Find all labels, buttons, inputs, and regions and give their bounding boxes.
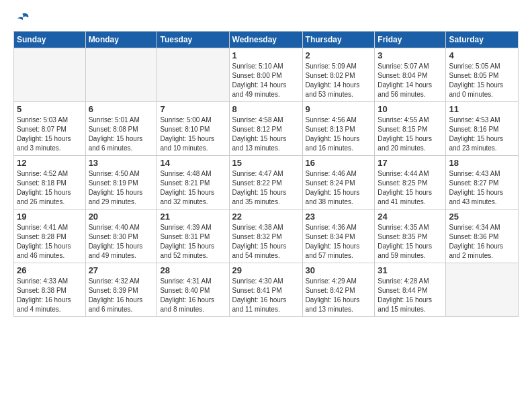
day-info: Sunrise: 4:55 AM Sunset: 8:15 PM Dayligh… xyxy=(378,116,443,153)
day-number: 21 xyxy=(160,212,226,222)
sunset-text: Sunset: 8:42 PM xyxy=(306,286,372,295)
calendar-week-row: 26 Sunrise: 4:33 AM Sunset: 8:38 PM Dayl… xyxy=(14,263,519,317)
calendar-day-cell: 17 Sunrise: 4:44 AM Sunset: 8:25 PM Dayl… xyxy=(375,156,446,210)
sunrise-text: Sunrise: 4:48 AM xyxy=(160,169,226,179)
day-number: 20 xyxy=(89,212,154,222)
sunrise-text: Sunrise: 5:10 AM xyxy=(232,62,300,71)
day-info: Sunrise: 4:48 AM Sunset: 8:21 PM Dayligh… xyxy=(160,169,226,207)
daylight-text: Daylight: 16 hours and 11 minutes. xyxy=(232,295,300,314)
sunset-text: Sunset: 8:21 PM xyxy=(160,179,226,188)
calendar-day-cell: 12 Sunrise: 4:52 AM Sunset: 8:18 PM Dayl… xyxy=(14,156,86,210)
calendar-day-cell: 6 Sunrise: 5:01 AM Sunset: 8:08 PM Dayli… xyxy=(85,102,157,156)
day-info: Sunrise: 4:33 AM Sunset: 8:38 PM Dayligh… xyxy=(17,277,83,314)
calendar-week-row: 1 Sunrise: 5:10 AM Sunset: 8:00 PM Dayli… xyxy=(14,48,519,102)
sunrise-text: Sunrise: 4:29 AM xyxy=(306,277,372,286)
day-number: 26 xyxy=(17,265,83,275)
sunrise-text: Sunrise: 5:00 AM xyxy=(160,116,226,125)
sunset-text: Sunset: 8:38 PM xyxy=(17,286,83,295)
calendar-day-cell: 30 Sunrise: 4:29 AM Sunset: 8:42 PM Dayl… xyxy=(302,263,375,317)
day-number: 13 xyxy=(89,158,154,168)
day-info: Sunrise: 4:47 AM Sunset: 8:22 PM Dayligh… xyxy=(232,169,300,207)
daylight-text: Daylight: 15 hours and 16 minutes. xyxy=(306,134,372,153)
weekday-header-tuesday: Tuesday xyxy=(157,32,229,48)
day-number: 31 xyxy=(378,265,443,275)
daylight-text: Daylight: 15 hours and 43 minutes. xyxy=(449,188,515,207)
sunset-text: Sunset: 8:13 PM xyxy=(306,125,372,134)
day-info: Sunrise: 4:31 AM Sunset: 8:40 PM Dayligh… xyxy=(160,277,226,314)
sunset-text: Sunset: 8:34 PM xyxy=(306,232,372,242)
day-info: Sunrise: 4:28 AM Sunset: 8:44 PM Dayligh… xyxy=(378,277,443,314)
daylight-text: Daylight: 15 hours and 6 minutes. xyxy=(89,134,154,153)
day-number: 27 xyxy=(89,265,154,275)
calendar-day-cell: 10 Sunrise: 4:55 AM Sunset: 8:15 PM Dayl… xyxy=(375,102,446,156)
day-number: 6 xyxy=(89,104,154,114)
sunset-text: Sunset: 8:35 PM xyxy=(378,232,443,242)
calendar-day-cell: 1 Sunrise: 5:10 AM Sunset: 8:00 PM Dayli… xyxy=(229,48,302,102)
day-info: Sunrise: 5:03 AM Sunset: 8:07 PM Dayligh… xyxy=(17,116,83,153)
weekday-header-monday: Monday xyxy=(85,32,157,48)
sunrise-text: Sunrise: 4:41 AM xyxy=(17,223,83,232)
day-info: Sunrise: 4:50 AM Sunset: 8:19 PM Dayligh… xyxy=(89,169,154,207)
logo-bird-icon xyxy=(15,11,31,27)
calendar-week-row: 19 Sunrise: 4:41 AM Sunset: 8:28 PM Dayl… xyxy=(14,210,519,263)
calendar-day-cell: 26 Sunrise: 4:33 AM Sunset: 8:38 PM Dayl… xyxy=(14,263,86,317)
sunrise-text: Sunrise: 5:03 AM xyxy=(17,116,83,125)
calendar-day-cell: 8 Sunrise: 4:58 AM Sunset: 8:12 PM Dayli… xyxy=(229,102,302,156)
day-info: Sunrise: 4:44 AM Sunset: 8:25 PM Dayligh… xyxy=(378,169,443,207)
daylight-text: Daylight: 15 hours and 35 minutes. xyxy=(232,188,300,207)
day-number: 29 xyxy=(232,265,300,275)
day-number: 7 xyxy=(160,104,226,114)
calendar-day-cell: 9 Sunrise: 4:56 AM Sunset: 8:13 PM Dayli… xyxy=(302,102,375,156)
sunset-text: Sunset: 8:36 PM xyxy=(449,232,515,242)
calendar-day-cell: 29 Sunrise: 4:30 AM Sunset: 8:41 PM Dayl… xyxy=(229,263,302,317)
sunset-text: Sunset: 8:41 PM xyxy=(232,286,300,295)
daylight-text: Daylight: 15 hours and 29 minutes. xyxy=(89,188,154,207)
calendar-day-cell: 27 Sunrise: 4:32 AM Sunset: 8:39 PM Dayl… xyxy=(85,263,157,317)
day-number: 5 xyxy=(17,104,83,114)
day-info: Sunrise: 5:07 AM Sunset: 8:04 PM Dayligh… xyxy=(378,62,443,99)
sunrise-text: Sunrise: 4:28 AM xyxy=(378,277,443,286)
daylight-text: Daylight: 14 hours and 56 minutes. xyxy=(378,81,443,99)
sunset-text: Sunset: 8:12 PM xyxy=(232,125,300,134)
sunrise-text: Sunrise: 4:44 AM xyxy=(378,169,443,179)
sunset-text: Sunset: 8:32 PM xyxy=(232,232,300,242)
sunrise-text: Sunrise: 4:39 AM xyxy=(160,223,226,232)
daylight-text: Daylight: 15 hours and 20 minutes. xyxy=(378,134,443,153)
weekday-header-wednesday: Wednesday xyxy=(229,32,302,48)
sunrise-text: Sunrise: 5:07 AM xyxy=(378,62,443,71)
daylight-text: Daylight: 16 hours and 6 minutes. xyxy=(89,295,154,314)
sunrise-text: Sunrise: 4:46 AM xyxy=(306,169,372,179)
day-number: 2 xyxy=(306,50,372,60)
calendar-day-cell xyxy=(85,48,157,102)
calendar-day-cell: 23 Sunrise: 4:36 AM Sunset: 8:34 PM Dayl… xyxy=(302,210,375,263)
day-info: Sunrise: 4:46 AM Sunset: 8:24 PM Dayligh… xyxy=(306,169,372,207)
calendar-day-cell: 3 Sunrise: 5:07 AM Sunset: 8:04 PM Dayli… xyxy=(375,48,446,102)
calendar-day-cell xyxy=(446,263,519,317)
day-info: Sunrise: 5:00 AM Sunset: 8:10 PM Dayligh… xyxy=(160,116,226,153)
sunset-text: Sunset: 8:25 PM xyxy=(378,179,443,188)
sunrise-text: Sunrise: 5:05 AM xyxy=(449,62,515,71)
sunset-text: Sunset: 8:02 PM xyxy=(306,71,372,81)
day-info: Sunrise: 4:58 AM Sunset: 8:12 PM Dayligh… xyxy=(232,116,300,153)
daylight-text: Daylight: 16 hours and 8 minutes. xyxy=(160,295,226,314)
day-info: Sunrise: 4:35 AM Sunset: 8:35 PM Dayligh… xyxy=(378,223,443,261)
day-info: Sunrise: 4:52 AM Sunset: 8:18 PM Dayligh… xyxy=(17,169,83,207)
day-info: Sunrise: 5:01 AM Sunset: 8:08 PM Dayligh… xyxy=(89,116,154,153)
sunset-text: Sunset: 8:07 PM xyxy=(17,125,83,134)
daylight-text: Daylight: 15 hours and 41 minutes. xyxy=(378,188,443,207)
daylight-text: Daylight: 15 hours and 26 minutes. xyxy=(17,188,83,207)
sunset-text: Sunset: 8:00 PM xyxy=(232,71,300,81)
sunset-text: Sunset: 8:30 PM xyxy=(89,232,154,242)
calendar-week-row: 12 Sunrise: 4:52 AM Sunset: 8:18 PM Dayl… xyxy=(14,156,519,210)
sunset-text: Sunset: 8:05 PM xyxy=(449,71,515,81)
weekday-header-thursday: Thursday xyxy=(302,32,375,48)
sunset-text: Sunset: 8:27 PM xyxy=(449,179,515,188)
day-info: Sunrise: 4:39 AM Sunset: 8:31 PM Dayligh… xyxy=(160,223,226,261)
day-number: 17 xyxy=(378,158,443,168)
daylight-text: Daylight: 16 hours and 2 minutes. xyxy=(449,242,515,261)
calendar-week-row: 5 Sunrise: 5:03 AM Sunset: 8:07 PM Dayli… xyxy=(14,102,519,156)
page-header xyxy=(13,11,519,27)
day-number: 4 xyxy=(449,50,515,60)
calendar-day-cell: 24 Sunrise: 4:35 AM Sunset: 8:35 PM Dayl… xyxy=(375,210,446,263)
sunrise-text: Sunrise: 4:53 AM xyxy=(449,116,515,125)
